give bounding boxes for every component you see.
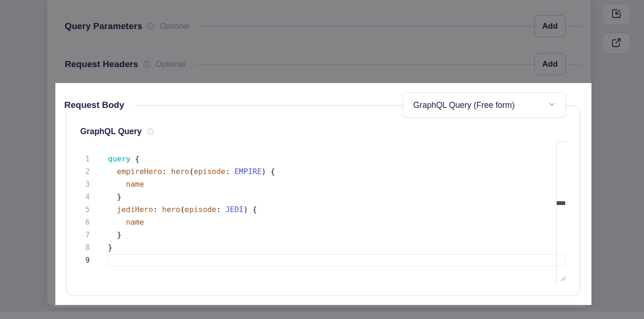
request-body-section: Request Body GraphQL Query (Free form) G… <box>55 83 591 305</box>
code-line-2[interactable]: 2 empireHero: hero(episode: EMPIRE) { <box>55 165 571 178</box>
graphql-code-editor[interactable]: 1query {2 empireHero: hero(episode: EMPI… <box>55 152 571 266</box>
code-content[interactable]: name <box>108 216 144 228</box>
request-body-legend: Request Body <box>55 99 136 112</box>
line-number: 9 <box>55 256 90 265</box>
code-content[interactable]: query { <box>108 152 139 165</box>
code-line-8[interactable]: 8} <box>55 241 571 254</box>
graphql-query-label: GraphQL Query <box>80 127 142 137</box>
code-content[interactable]: jediHero: hero(episode: JEDI) { <box>108 203 257 216</box>
line-number: 6 <box>55 218 90 227</box>
code-line-5[interactable]: 5 jediHero: hero(episode: JEDI) { <box>55 203 571 216</box>
code-content[interactable]: empireHero: hero(episode: EMPIRE) { <box>108 165 275 178</box>
body-type-select-value: GraphQL Query (Free form) <box>413 100 515 110</box>
request-body-title: Request Body <box>64 100 124 110</box>
code-content[interactable]: } <box>108 190 121 203</box>
code-content[interactable]: name <box>108 178 144 190</box>
chevron-down-icon <box>548 100 556 110</box>
code-content[interactable]: } <box>108 241 113 254</box>
graphql-query-label-row: GraphQL Query <box>80 127 154 137</box>
line-number: 5 <box>55 205 90 214</box>
code-line-6[interactable]: 6 name <box>55 216 571 228</box>
editor-scrollbar-track-top <box>556 142 566 142</box>
resize-handle-icon[interactable] <box>559 274 566 283</box>
code-content[interactable]: } <box>108 228 121 241</box>
line-number: 7 <box>55 231 90 239</box>
line-number: 1 <box>55 155 90 163</box>
body-type-select[interactable]: GraphQL Query (Free form) <box>402 92 566 118</box>
line-number: 4 <box>55 193 90 201</box>
line-number: 3 <box>55 180 90 189</box>
info-icon[interactable] <box>147 128 154 135</box>
code-line-9[interactable]: 9 <box>55 254 571 266</box>
editor-scrollbar-thumb[interactable] <box>557 201 565 205</box>
code-line-7[interactable]: 7 } <box>55 228 571 241</box>
line-number: 2 <box>55 167 90 176</box>
line-number: 8 <box>55 243 90 252</box>
code-line-1[interactable]: 1query { <box>55 152 571 165</box>
code-line-4[interactable]: 4 } <box>55 190 571 203</box>
code-line-3[interactable]: 3 name <box>55 178 571 190</box>
code-content[interactable] <box>108 254 566 266</box>
